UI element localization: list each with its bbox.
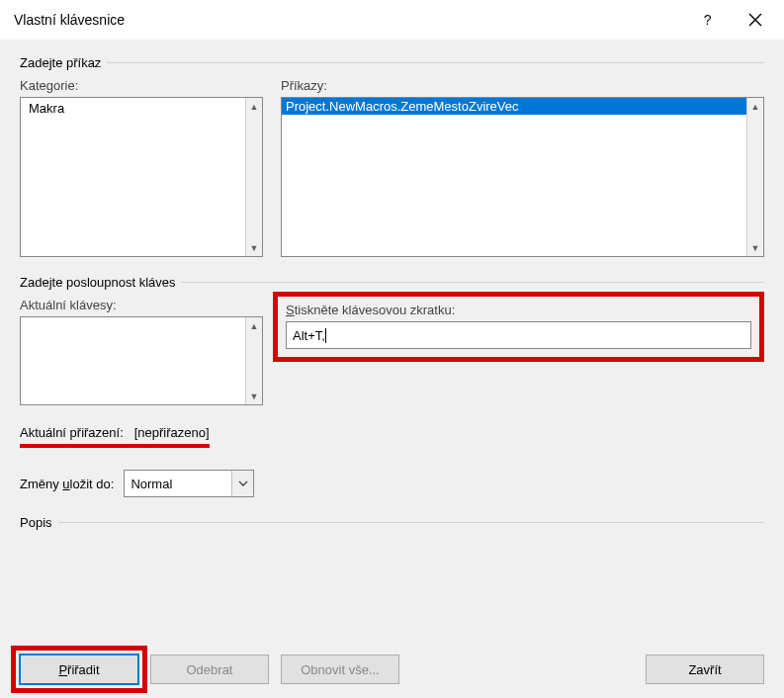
categories-listbox[interactable]: Makra ▲ ▼ — [20, 97, 263, 257]
remove-button[interactable]: Odebrat — [150, 654, 269, 684]
shortcut-input[interactable]: Alt+T, — [286, 321, 751, 349]
commands-listbox[interactable]: Project.NewMacros.ZemeMestoZvireVec ▲ ▼ — [281, 97, 764, 257]
command-columns: Kategorie: Makra ▲ ▼ Příkazy: Project.Ne… — [20, 78, 764, 257]
close-window-button[interactable] — [740, 5, 770, 35]
scroll-up-icon[interactable]: ▲ — [747, 98, 764, 115]
svg-text:?: ? — [704, 13, 712, 27]
current-keys-label: Aktuální klávesy: — [20, 298, 263, 312]
group-specify-command: Zadejte příkaz — [20, 55, 764, 70]
list-item[interactable]: Makra — [25, 100, 258, 117]
sequence-columns: Aktuální klávesy: ▲ ▼ Stiskněte klávesov… — [20, 298, 764, 405]
group-label: Zadejte příkaz — [20, 55, 101, 70]
group-label: Zadejte posloupnost kláves — [20, 275, 176, 290]
combo-value: Normal — [125, 471, 231, 496]
scroll-down-icon[interactable]: ▼ — [246, 239, 263, 256]
scrollbar[interactable]: ▲ ▼ — [245, 317, 262, 404]
highlight-annotation: Aktuální přiřazení: [nepřiřazeno] — [20, 425, 210, 448]
group-label: Popis — [20, 515, 52, 530]
titlebar-buttons: ? — [693, 5, 770, 35]
scroll-down-icon[interactable]: ▼ — [747, 239, 764, 256]
help-button[interactable]: ? — [693, 5, 723, 35]
chevron-down-icon[interactable] — [231, 471, 253, 496]
scrollbar[interactable]: ▲ ▼ — [245, 98, 262, 256]
highlight-annotation: Stiskněte klávesovou zkratku: Alt+T, — [273, 292, 764, 362]
group-specify-sequence: Zadejte posloupnost kláves — [20, 275, 764, 290]
categories-column: Kategorie: Makra ▲ ▼ — [20, 78, 263, 257]
press-shortcut-label: Stiskněte klávesovou zkratku: — [286, 303, 751, 317]
current-assignment-row: Aktuální přiřazení: [nepřiřazeno] — [20, 425, 764, 448]
dialog-title: Vlastní klávesnice — [14, 12, 693, 28]
highlight-annotation: Přiřadit — [11, 646, 147, 693]
current-keys-listbox[interactable]: ▲ ▼ — [20, 316, 263, 405]
close-icon — [748, 13, 762, 27]
help-icon: ? — [701, 13, 715, 27]
save-changes-row: Změny uložit do: Normal — [20, 470, 764, 497]
current-assignment-label: Aktuální přiřazení: — [20, 425, 124, 440]
scrollbar[interactable]: ▲ ▼ — [746, 98, 763, 256]
current-assignment-value: [nepřiřazeno] — [134, 425, 210, 440]
caret-icon — [325, 328, 326, 343]
close-button[interactable]: Zavřít — [646, 654, 764, 684]
commands-column: Příkazy: Project.NewMacros.ZemeMestoZvir… — [281, 78, 764, 257]
divider — [182, 282, 764, 283]
list-item[interactable]: Project.NewMacros.ZemeMestoZvireVec — [282, 98, 746, 115]
press-shortcut-column: Stiskněte klávesovou zkratku: Alt+T, — [281, 298, 764, 405]
titlebar: Vlastní klávesnice ? — [0, 0, 784, 40]
divider — [58, 522, 764, 523]
divider — [107, 62, 764, 63]
assign-button[interactable]: Přiřadit — [20, 654, 138, 684]
scroll-up-icon[interactable]: ▲ — [246, 98, 263, 115]
save-in-combo[interactable]: Normal — [124, 470, 254, 497]
reset-button[interactable]: Obnovit vše... — [281, 654, 399, 684]
group-description: Popis — [20, 515, 764, 530]
categories-label: Kategorie: — [20, 78, 263, 93]
dialog-content: Zadejte příkaz Kategorie: Makra ▲ ▼ Přík… — [0, 40, 784, 698]
custom-keyboard-dialog: Vlastní klávesnice ? Zadejte příkaz K — [0, 0, 784, 698]
current-keys-column: Aktuální klávesy: ▲ ▼ — [20, 298, 263, 405]
commands-label: Příkazy: — [281, 78, 764, 93]
scroll-down-icon[interactable]: ▼ — [246, 388, 263, 404]
save-changes-label: Změny uložit do: — [20, 477, 114, 491]
scroll-up-icon[interactable]: ▲ — [246, 317, 263, 334]
button-bar: Přiřadit Odebrat Obnovit vše... Zavřít — [20, 615, 764, 684]
